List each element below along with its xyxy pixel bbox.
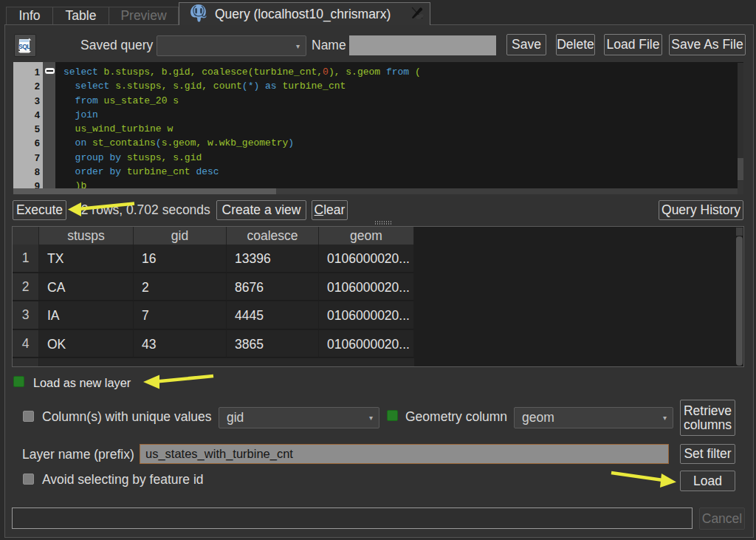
svg-text:SQL: SQL [18, 43, 30, 50]
